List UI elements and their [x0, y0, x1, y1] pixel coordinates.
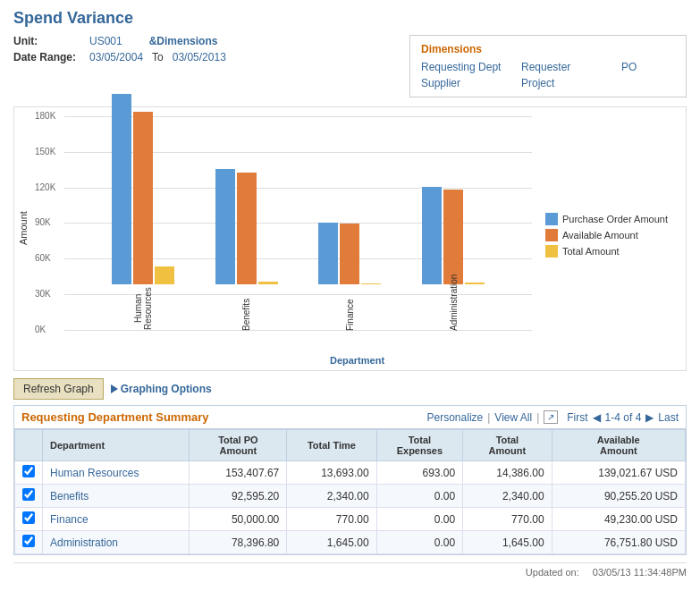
legend-available-color: [545, 229, 558, 241]
row-available: 139,021.67 USD: [552, 461, 685, 485]
table-nav: Personalize | View All | ↗ First ◀ 1-4 o…: [427, 410, 679, 424]
next-icon[interactable]: ▶: [645, 411, 654, 424]
row-dept[interactable]: Administration: [43, 531, 190, 554]
dimensions-label[interactable]: &Dimensions: [149, 35, 218, 47]
to-separator: To: [152, 51, 164, 63]
bar-hr-po: [112, 94, 131, 284]
row-available: 76,751.80 USD: [552, 531, 685, 554]
row-checkbox[interactable]: [15, 461, 43, 485]
legend-total-color: [545, 245, 558, 258]
row-dept[interactable]: Benefits: [43, 485, 190, 508]
row-dept[interactable]: Finance: [43, 508, 190, 531]
dim-po[interactable]: PO: [621, 61, 675, 73]
prev-icon[interactable]: ◀: [593, 411, 601, 424]
y-label-0k: 0K: [35, 325, 46, 334]
bar-benefits-po: [215, 169, 235, 284]
row-time: 13,693.00: [287, 461, 376, 485]
dimensions-title: Dimensions: [421, 43, 675, 55]
y-label-60k: 60K: [35, 253, 51, 263]
col-available: AvailableAmount: [552, 430, 685, 461]
row-total: 2,340.00: [463, 485, 552, 508]
legend-po-label: Purchase Order Amount: [562, 214, 668, 224]
bar-hr-total: [155, 266, 174, 284]
bar-admin-total: [465, 283, 485, 284]
chart-legend: Purchase Order Amount Available Amount T…: [532, 116, 681, 353]
graphing-options-link[interactable]: Graphing Options: [111, 383, 212, 395]
bar-finance-po: [318, 223, 338, 284]
row-po: 50,000.00: [190, 508, 287, 531]
chart-controls: Refresh Graph Graphing Options: [13, 378, 687, 400]
page-title: Spend Variance: [13, 9, 687, 28]
refresh-graph-button[interactable]: Refresh Graph: [13, 378, 104, 400]
dim-project[interactable]: Project: [521, 77, 612, 89]
table-row: Administration 78,396.80 1,645.00 0.00 1…: [15, 531, 686, 554]
legend-total-label: Total Amount: [562, 246, 620, 257]
row-total: 14,386.00: [463, 461, 552, 485]
col-total: TotalAmount: [463, 430, 552, 461]
page-info: 1-4 of 4: [605, 411, 642, 424]
row-dept[interactable]: Human Resources: [43, 461, 190, 485]
table-title: Requesting Department Summary: [21, 410, 209, 424]
row-time: 1,645.00: [287, 531, 376, 554]
updated-label: Updated on:: [526, 567, 579, 578]
row-expenses: 0.00: [376, 531, 463, 554]
x-axis-label: Department: [33, 355, 681, 366]
row-time: 770.00: [287, 508, 376, 531]
row-checkbox[interactable]: [15, 531, 43, 554]
x-label-admin: Administration: [449, 286, 459, 331]
summary-table: Department Total POAmount Total Time Tot…: [14, 429, 686, 554]
row-checkbox[interactable]: [15, 485, 43, 508]
legend-po-color: [545, 213, 558, 225]
row-po: 92,595.20: [190, 485, 287, 508]
row-checkbox[interactable]: [15, 508, 43, 531]
y-label-120k: 120K: [35, 182, 55, 192]
unit-value: US001: [89, 35, 122, 47]
dim-requesting-dept[interactable]: Requesting Dept: [421, 61, 512, 73]
table-row: Benefits 92,595.20 2,340.00 0.00 2,340.0…: [15, 485, 686, 508]
col-check: [15, 430, 43, 461]
view-all-link[interactable]: View All: [494, 411, 532, 424]
footer: Updated on: 03/05/13 11:34:48PM: [13, 562, 687, 578]
y-label-180k: 180K: [35, 111, 55, 121]
date-to: 03/05/2013: [173, 51, 226, 63]
row-expenses: 0.00: [376, 485, 463, 508]
dim-supplier[interactable]: Supplier: [421, 77, 512, 89]
col-time: Total Time: [287, 430, 376, 461]
personalize-link[interactable]: Personalize: [427, 411, 484, 424]
bar-benefits-available: [237, 173, 257, 284]
export-icon[interactable]: ↗: [544, 410, 558, 424]
bar-finance-total: [361, 283, 381, 284]
row-available: 49,230.00 USD: [552, 508, 685, 531]
last-link[interactable]: Last: [658, 411, 679, 424]
legend-available-label: Available Amount: [562, 230, 638, 241]
col-po: Total POAmount: [190, 430, 287, 461]
x-label-benefits: Benefits: [241, 286, 251, 331]
bar-finance-available: [340, 224, 359, 284]
dim-requester[interactable]: Requester: [521, 61, 612, 73]
row-po: 78,396.80: [190, 531, 287, 554]
row-po: 153,407.67: [190, 461, 287, 485]
updated-value: 03/05/13 11:34:48PM: [593, 567, 687, 578]
y-label-150k: 150K: [35, 147, 55, 156]
row-expenses: 0.00: [376, 508, 463, 531]
row-total: 770.00: [463, 508, 552, 531]
x-label-hr: Human Resources: [133, 286, 153, 331]
row-expenses: 693.00: [376, 461, 463, 485]
arrow-icon: [111, 384, 118, 393]
y-axis-label: Amount: [19, 116, 29, 340]
y-label-90k: 90K: [35, 217, 51, 227]
row-total: 1,645.00: [463, 531, 552, 554]
bar-admin-po: [422, 187, 442, 284]
table-row: Human Resources 153,407.67 13,693.00 693…: [15, 461, 686, 485]
date-from: 03/05/2004: [89, 51, 143, 63]
bar-admin-available: [443, 190, 463, 284]
y-label-30k: 30K: [35, 289, 51, 299]
col-expenses: TotalExpenses: [376, 430, 463, 461]
unit-label: Unit:: [13, 35, 80, 47]
bar-hr-available: [133, 112, 153, 284]
chart-area: Amount 180K 150K 120K 90K 60K: [13, 106, 687, 371]
table-row: Finance 50,000.00 770.00 0.00 770.00 49,…: [15, 508, 686, 531]
first-link[interactable]: First: [567, 411, 587, 424]
col-dept: Department: [43, 430, 190, 461]
bar-benefits-total: [258, 282, 278, 284]
